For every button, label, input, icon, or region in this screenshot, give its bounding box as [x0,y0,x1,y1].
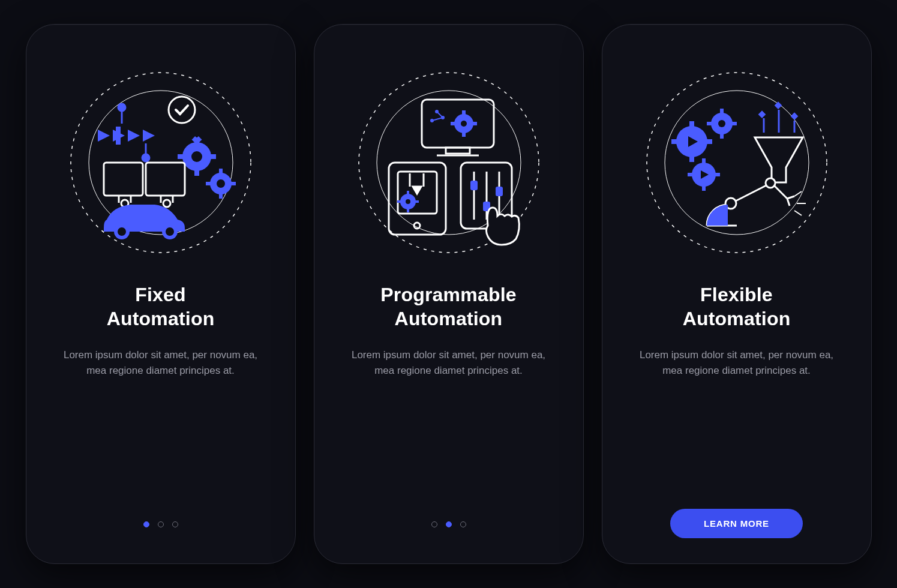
svg-point-62 [665,91,809,235]
svg-rect-50 [407,191,409,194]
svg-line-41 [437,112,443,118]
svg-rect-17 [219,169,223,173]
svg-rect-51 [407,209,409,212]
svg-point-69 [718,120,725,127]
svg-point-33 [461,121,467,127]
svg-rect-36 [451,122,455,125]
fixed-automation-icon [65,67,257,259]
svg-rect-64 [689,121,694,127]
svg-point-3 [118,104,125,111]
svg-rect-67 [706,139,712,144]
svg-rect-11 [178,154,184,159]
svg-rect-76 [702,186,706,191]
page-dot-2[interactable] [158,521,164,527]
svg-line-42 [432,118,443,121]
svg-rect-71 [720,134,724,139]
card-desc: Lorem ipsum dolor sit amet, per novum ea… [635,347,839,379]
svg-rect-70 [720,109,724,113]
svg-rect-72 [707,122,712,125]
svg-rect-18 [219,194,223,199]
card-desc: Lorem ipsum dolor sit amet, per novum ea… [59,347,263,379]
svg-rect-65 [689,156,694,162]
learn-more-button[interactable]: LEARN MORE [670,509,803,538]
card-title: FixedAutomation [107,283,215,331]
svg-rect-20 [231,182,236,185]
page-dot-3[interactable] [172,521,178,527]
svg-rect-66 [671,139,677,144]
pagination [431,521,466,527]
svg-rect-75 [702,158,706,163]
svg-line-89 [794,211,802,215]
svg-point-16 [217,179,225,188]
page-dot-1[interactable] [431,521,437,527]
svg-point-6 [169,97,195,123]
flexible-automation-icon [641,67,833,259]
svg-point-5 [142,154,149,161]
card-title: ProgrammableAutomation [380,283,516,331]
svg-rect-10 [194,170,199,176]
svg-point-47 [414,223,420,229]
svg-rect-79 [758,110,766,118]
onboarding-card-programmable: ProgrammableAutomation Lorem ipsum dolor… [314,24,584,564]
svg-rect-58 [470,181,478,190]
svg-rect-12 [210,154,216,159]
card-desc: Lorem ipsum dolor sit amet, per novum ea… [347,347,551,379]
svg-rect-30 [446,148,470,154]
svg-point-49 [406,199,410,204]
svg-point-25 [116,226,128,238]
onboarding-card-flexible: FlexibleAutomation Lorem ipsum dolor sit… [602,24,872,564]
pagination [143,521,178,527]
svg-rect-34 [462,110,466,115]
card-title: FlexibleAutomation [683,283,791,331]
svg-rect-60 [496,187,503,196]
page-dot-2[interactable] [446,521,452,527]
svg-rect-19 [206,182,211,185]
svg-rect-35 [462,133,466,137]
programmable-automation-icon [353,67,545,259]
svg-rect-22 [146,163,185,196]
svg-rect-78 [715,173,720,176]
svg-rect-37 [473,122,477,125]
svg-rect-80 [774,101,782,109]
svg-rect-53 [415,200,419,203]
svg-rect-73 [732,122,737,125]
onboarding-card-fixed: FixedAutomation Lorem ipsum dolor sit am… [26,24,296,564]
page-dot-1[interactable] [143,521,149,527]
svg-point-8 [191,151,202,162]
svg-rect-81 [790,112,798,120]
svg-point-26 [164,226,176,238]
svg-rect-21 [104,163,143,196]
svg-point-24 [163,200,170,207]
page-dot-3[interactable] [460,521,466,527]
svg-rect-77 [688,173,692,176]
svg-rect-52 [397,200,401,203]
